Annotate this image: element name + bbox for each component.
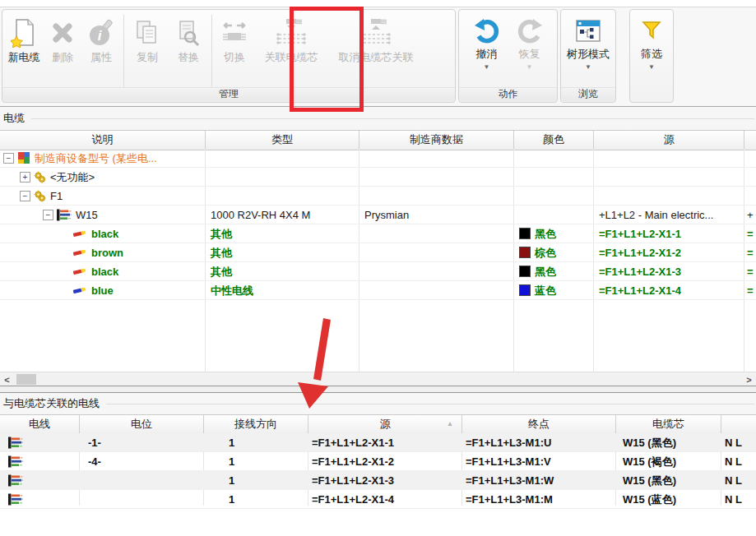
cable-tree-row[interactable]: blue中性电线蓝色=F1+L1+L2-X1-4=	[0, 281, 756, 300]
chevron-down-icon[interactable]: ▼	[648, 63, 655, 72]
column-header-description[interactable]: 说明	[0, 131, 206, 150]
overflow-cell: N L	[721, 452, 756, 470]
description-cell: brown	[0, 243, 206, 261]
button-label: 新电缆	[8, 51, 40, 64]
overflow-cell: =	[744, 243, 756, 261]
replace-icon	[175, 15, 202, 51]
color-cell: 棕色	[514, 243, 594, 261]
column-header-source[interactable]: 源	[594, 131, 744, 150]
wire-row[interactable]: 1=F1+L1+L2-X1-3=F1+L1+L3-M1:WW15 (黑色)N L	[0, 471, 756, 490]
expand-plus-icon[interactable]: +	[20, 172, 30, 183]
overflow-value: =	[747, 244, 754, 261]
ribbon-group-manage: 新电缆 删除 i 属性	[2, 9, 456, 103]
horizontal-scrollbar[interactable]: < >	[0, 372, 756, 386]
button-label: 属性	[90, 51, 112, 64]
column-header-cable-core[interactable]: 电缆芯	[616, 415, 721, 434]
column-header-overflow[interactable]	[721, 415, 756, 434]
source-cell: =F1+L1+L2-X1-3	[308, 471, 462, 489]
wire-row[interactable]: -1-1=F1+L1+L2-X1-1=F1+L1+L3-M1:UW15 (黑色)…	[0, 433, 756, 452]
direction-cell: 1	[204, 452, 308, 470]
wire-row[interactable]: 1=F1+L1+L2-X1-4=F1+L1+L3-M1:MW15 (蓝色)N L	[0, 490, 756, 509]
column-header-label: 源	[380, 418, 391, 430]
source-cell: +L1+L2 - Main electric...	[594, 206, 744, 224]
column-header-destination[interactable]: 终点	[462, 415, 616, 434]
properties-button[interactable]: i 属性	[81, 12, 121, 90]
cables-table-header: 说明 类型 制造商数据 颜色 源	[0, 130, 756, 150]
chevron-down-icon[interactable]: ▼	[585, 63, 591, 72]
row-label: F1	[50, 187, 63, 205]
ribbon-group-filter: 筛选 ▼	[629, 9, 674, 103]
destination-cell: =F1+L1+L3-M1:U	[462, 433, 616, 451]
cable-core-value: W15 (蓝色)	[623, 491, 676, 508]
button-label: 撤消	[476, 48, 498, 61]
wire-row[interactable]: -4-1=F1+L1+L2-X1-2=F1+L1+L3-M1:VW15 (褐色)…	[0, 452, 756, 471]
undo-button[interactable]: 撤消 ▼	[466, 12, 508, 90]
cable-core-cell: W15 (蓝色)	[616, 490, 721, 508]
wire-red-icon	[72, 266, 87, 276]
overflow-cell	[744, 187, 756, 205]
filter-button[interactable]: 筛选 ▼	[632, 12, 671, 90]
switch-button[interactable]: 切换	[215, 12, 254, 90]
new-cable-button[interactable]: 新电缆	[4, 12, 44, 90]
description-cell: black	[0, 224, 206, 243]
cable-tree-row[interactable]: −W151000 R2V-RH 4X4 MPrysmian+L1+L2 - Ma…	[0, 206, 756, 224]
device-icon	[17, 151, 30, 164]
column-header-color[interactable]: 颜色	[514, 131, 594, 150]
cable-tree-row[interactable]: +<无功能>	[0, 168, 756, 187]
cable-tree-row[interactable]: black其他黑色=F1+L1+L2-X1-3=	[0, 262, 756, 281]
application-window: 新电缆 删除 i 属性	[0, 0, 756, 536]
copy-button[interactable]: 复制	[127, 12, 168, 90]
collapse-minus-icon[interactable]: −	[43, 210, 53, 220]
collapse-minus-icon[interactable]: −	[20, 191, 30, 201]
overflow-value: =	[747, 263, 754, 280]
wire-cell	[0, 490, 80, 508]
delete-button[interactable]: 删除	[44, 12, 81, 90]
column-header-source-sorted[interactable]: 源 ▲	[308, 415, 462, 434]
overflow-value: N L	[725, 491, 742, 508]
delete-icon	[50, 15, 75, 51]
replace-button[interactable]: 替换	[168, 12, 209, 90]
source-value: +L1+L2 - Main electric...	[599, 206, 713, 224]
source-cell: =F1+L1+L2-X1-1	[594, 224, 744, 243]
source-value: =F1+L1+L2-X1-3	[599, 263, 681, 280]
panel-splitter[interactable]	[0, 386, 756, 393]
scrollbar-thumb[interactable]	[16, 374, 36, 385]
type-cell: 其他	[206, 243, 359, 261]
redo-icon	[516, 15, 544, 48]
source-value: =F1+L1+L2-X1-1	[312, 434, 394, 451]
color-label: 棕色	[535, 244, 556, 261]
cable-tree-row[interactable]: black其他黑色=F1+L1+L2-X1-1=	[0, 224, 756, 243]
source-cell: =F1+L1+L2-X1-2	[594, 243, 744, 261]
column-header-potential[interactable]: 电位	[80, 415, 204, 434]
source-cell: =F1+L1+L2-X1-1	[308, 433, 462, 451]
column-header-overflow[interactable]	[744, 131, 756, 150]
cables-panel-title: 电缆	[0, 107, 756, 130]
destination-value: =F1+L1+L3-M1:M	[466, 491, 553, 508]
source-value: =F1+L1+L2-X1-4	[599, 282, 681, 299]
column-header-direction[interactable]: 接线方向	[204, 415, 308, 434]
wire-cell	[0, 433, 80, 451]
destination-value: =F1+L1+L3-M1:V	[466, 453, 551, 470]
column-header-type[interactable]: 类型	[206, 131, 359, 150]
column-header-wire[interactable]: 电线	[0, 415, 80, 434]
chevron-down-icon[interactable]: ▼	[526, 63, 533, 72]
scroll-left-arrow-icon[interactable]: <	[0, 372, 14, 386]
direction-cell: 1	[204, 471, 308, 489]
column-header-manufacturer-data[interactable]: 制造商数据	[359, 131, 514, 150]
collapse-minus-icon[interactable]: −	[3, 153, 14, 164]
cable-tree-row[interactable]: brown其他棕色=F1+L1+L2-X1-2=	[0, 243, 756, 262]
source-cell: =F1+L1+L2-X1-3	[594, 262, 744, 280]
wires-table-header: 电线 电位 接线方向 源 ▲ 终点 电缆芯	[0, 414, 756, 435]
type-cell: 中性电线	[206, 281, 359, 299]
cable-tree-row[interactable]: −制造商设备型号 (某些电...	[0, 149, 756, 168]
color-label: 蓝色	[535, 282, 556, 299]
overflow-cell: N L	[721, 471, 756, 489]
chevron-down-icon[interactable]: ▼	[484, 63, 490, 72]
redo-button[interactable]: 恢复 ▼	[508, 12, 551, 90]
cable-tree-row[interactable]: −F1	[0, 187, 756, 206]
tree-mode-button[interactable]: 树形模式 ▼	[563, 12, 614, 90]
wire-blue-icon	[72, 285, 87, 295]
scroll-right-arrow-icon[interactable]: >	[742, 372, 756, 386]
description-cell: +<无功能>	[0, 168, 206, 186]
source-value: =F1+L1+L2-X1-4	[312, 491, 394, 508]
